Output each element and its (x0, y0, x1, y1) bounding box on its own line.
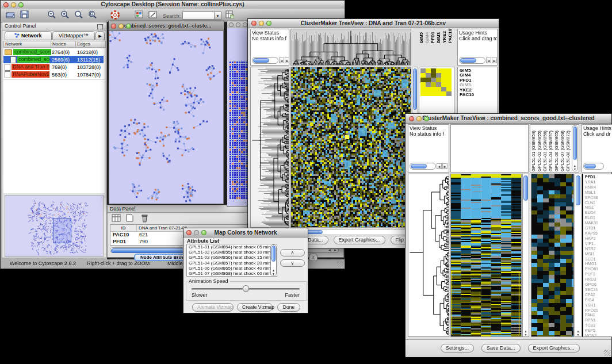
select-attributes-icon[interactable] (111, 214, 121, 223)
attribute-item[interactable]: GPL51-04 (GSM857) heat shock 20 min (187, 260, 277, 266)
scrollbar-thumb[interactable] (573, 127, 577, 160)
scroll-arrows[interactable]: ▲▼ (575, 329, 581, 336)
gene-label[interactable]: SPC98 (585, 196, 598, 201)
tab-vizmapper[interactable]: VizMapper™ (52, 31, 95, 40)
gene-label[interactable]: PAN1 (585, 313, 598, 318)
scroll-arrows[interactable]: ▲▼ (523, 329, 529, 336)
gene-label[interactable]: PEP5 (585, 328, 598, 334)
minimize-button[interactable] (11, 2, 16, 7)
gene-label[interactable]: HAP3 (585, 236, 598, 242)
gene-label[interactable]: HRD3 (585, 277, 598, 282)
main-title-bar[interactable]: Cytoscape Desktop (Session Name: collins… (1, 1, 345, 9)
minimize-icon[interactable] (259, 21, 264, 26)
network-row[interactable]: RNAPuberNov2+563(0)107847(0) (3, 71, 104, 78)
gene-label[interactable]: CLN1 (585, 201, 598, 206)
scroll-left-icon[interactable]: ◄ (279, 58, 284, 63)
prefoldin-matrix[interactable] (420, 68, 452, 96)
done-button[interactable]: Done (277, 303, 300, 312)
attribute-list-scrollbar[interactable]: ▲▼ (270, 244, 277, 276)
resize-grip[interactable] (337, 261, 343, 267)
scroll-left-icon[interactable]: ◄ (486, 58, 491, 63)
zoom-button[interactable] (18, 2, 24, 7)
attribute-item[interactable]: GPL51-07 (GSM868) heat shock 60 min (187, 271, 277, 276)
gene-label[interactable]: SEC1 (585, 257, 598, 262)
gene-label[interactable]: NIS1 (585, 205, 598, 210)
gene-label[interactable]: KAP95 (585, 231, 598, 236)
scroll-left-icon[interactable]: ◄ (328, 248, 331, 252)
network-col-header[interactable]: Network (3, 41, 51, 48)
zoom-icon[interactable] (126, 24, 131, 29)
scroll-arrows[interactable]: ▲▼ (572, 164, 577, 171)
network-graph-canvas-2[interactable] (227, 28, 247, 206)
export-graphics-button[interactable]: Export Graphics... (334, 236, 385, 244)
scroll-right-icon[interactable]: ► (285, 58, 289, 63)
gene-label[interactable]: HMG1 (585, 262, 598, 267)
treeview1-title-bar[interactable]: ClusterMaker TreeView : DNA and Tran 07-… (248, 19, 499, 28)
zoom-selected-icon[interactable] (74, 10, 83, 20)
zoom-fit-icon[interactable] (87, 10, 97, 20)
animate-vizmap-button[interactable]: Animate Vizmap (192, 303, 234, 312)
new-attribute-icon[interactable] (125, 214, 135, 223)
network-row[interactable]: combined_scores_2764(0)16218(0) (3, 48, 104, 56)
gene-label[interactable]: MSL1 (585, 190, 598, 196)
gene-label[interactable]: PAC10 (460, 93, 474, 97)
treeview2-lights[interactable] (409, 116, 429, 121)
gene-label[interactable]: RPN1 (585, 318, 598, 323)
network-row[interactable]: DNA and Tran 07769(0)183728(0) (3, 63, 104, 71)
gene-label[interactable]: SEC24 (585, 288, 598, 293)
gene-label[interactable]: PUF3 (585, 272, 598, 277)
gene-label[interactable]: RNR4 (585, 185, 598, 190)
tv1-status-scrollbar[interactable]: ◄ ► (252, 57, 289, 64)
zoom-icon[interactable] (424, 116, 429, 121)
gene-label[interactable]: MSI1 (585, 252, 598, 257)
tv1-heatmap-canvas[interactable] (290, 67, 411, 228)
attribute-item[interactable]: GPL51-02 (GSM855) heat shock 10 min (187, 250, 277, 255)
tv2-zoom-heatmap-canvas[interactable] (531, 174, 574, 337)
gene-label[interactable]: BUD4 (585, 210, 598, 216)
gene-label[interactable]: PFD1 (585, 175, 598, 180)
zoom-in-icon[interactable] (60, 10, 70, 20)
scrollbar-thumb[interactable] (576, 175, 580, 205)
scroll-arrows[interactable]: ▲▼ (271, 269, 276, 275)
gene-label[interactable]: MON2 (585, 334, 598, 337)
open-folder-icon[interactable] (5, 10, 15, 20)
zoom-icon[interactable] (266, 21, 271, 26)
id-column-header[interactable]: ID (110, 225, 137, 232)
delete-attribute-trash-icon[interactable] (140, 214, 150, 223)
dialog-lights[interactable] (186, 230, 206, 235)
help-lifesaver-icon[interactable] (110, 10, 120, 20)
gene-label[interactable]: GPI16 (585, 282, 598, 288)
treeview1-lights[interactable] (251, 21, 271, 26)
close-icon[interactable] (409, 116, 414, 121)
create-vizmap-button[interactable]: Create Vizmap (237, 303, 273, 312)
minimize-icon[interactable] (236, 22, 240, 27)
tv1-heatmap-hscrollbar[interactable] (290, 229, 411, 235)
gene-label[interactable]: VIP1 (585, 242, 598, 247)
gene-label[interactable]: PHO81 (585, 267, 598, 272)
tv1-column-dendrogram-canvas[interactable] (290, 29, 411, 66)
search-dropdown-button[interactable]: ▼ (214, 12, 221, 20)
treeview2-title-bar[interactable]: ClusterMaker TreeView : combined_scores_… (406, 114, 611, 124)
network-window-2-lights[interactable] (229, 22, 247, 27)
save-data-button[interactable]: Save Data... (481, 344, 521, 352)
gene-label[interactable]: RPO21 (585, 308, 598, 313)
tv2-collabel-scrollbar[interactable]: ▲▼ (572, 125, 578, 171)
zoom-icon[interactable] (243, 22, 247, 27)
scrollbar-thumb[interactable] (523, 175, 528, 201)
tv2-row-dendrogram-canvas[interactable] (408, 174, 449, 337)
gene-label[interactable]: NTR2 (585, 247, 598, 252)
scroll-left-icon[interactable]: ◄ (437, 163, 442, 169)
tv1-usage-scrollbar[interactable]: ◄ ► (459, 57, 497, 64)
tv2-column-dendrogram-area[interactable] (450, 124, 529, 173)
export-graphics-button[interactable]: Export Graphics... (528, 344, 580, 352)
tv2-status-scrollbar[interactable]: ◄ ► (410, 163, 447, 170)
scroll-right-icon[interactable]: ► (442, 163, 447, 169)
move-down-button[interactable]: ∨ (280, 259, 305, 267)
zoom-icon[interactable] (201, 230, 206, 235)
tv1-row-dendrogram-canvas[interactable] (250, 67, 289, 228)
gene-label[interactable]: ELG1 (585, 216, 598, 221)
table-import-icon[interactable] (225, 10, 235, 20)
close-icon[interactable] (186, 230, 192, 235)
tv2-usage-scrollbar[interactable] (583, 163, 604, 170)
float-panel-icon[interactable] (97, 24, 103, 29)
